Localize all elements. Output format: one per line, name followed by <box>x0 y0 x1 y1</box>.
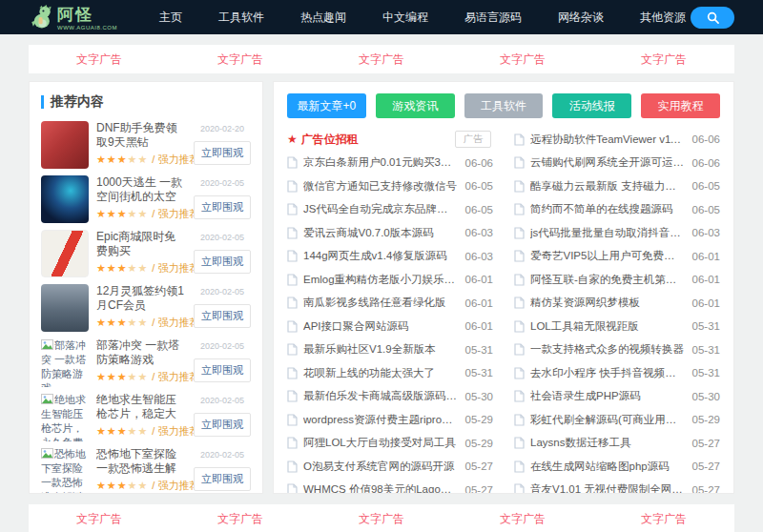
article-title: 微信官方通知已支持修改微信号 <box>303 179 458 194</box>
article-row[interactable]: O泡易支付系统官网的源码开源05-27 <box>287 455 493 479</box>
recommended-item[interactable]: DNF助手免费领取9天黑钻★★★★★/ 强力推荐2020-02-20立即围观 <box>41 121 251 170</box>
article-row[interactable]: 爱奇艺VIP5以上用户可免费发爱奇艺VIP红包06-01 <box>514 245 720 269</box>
category-button-5[interactable]: 实用教程 <box>641 93 720 118</box>
header-accent-bar <box>41 95 44 109</box>
recommended-header: 推荐内容 <box>41 93 251 111</box>
category-button-3[interactable]: 工具软件 <box>464 93 544 118</box>
recommended-item[interactable]: Epic商城限时免费购买《SUPERHOT》游戏★★★★★/ 强力推荐2020-… <box>41 230 251 278</box>
item-title[interactable]: 部落冲突 一款塔防策略游戏 <box>96 338 186 367</box>
item-thumbnail[interactable] <box>41 175 89 223</box>
site-logo[interactable]: 阿怪 WWW.AGUAI8.COM <box>29 5 117 31</box>
nav-item-3[interactable]: 热点趣闻 <box>300 10 346 26</box>
article-row[interactable]: 144g网页生成v1.4修复版源码06-03 <box>287 245 493 269</box>
item-body: 恐怖地下室探险 一款恐怖逃生解谜类游戏★★★★★/ 强力推荐 <box>96 447 186 494</box>
article-row[interactable]: 音友V1.01 无视付费限制全网音乐无损免费...05-27 <box>514 479 720 495</box>
item-title[interactable]: 1000天逃生 一款空间街机的太空模拟经营游戏 <box>96 175 186 204</box>
article-row[interactable]: 远程协助软件TeamViewer v11 单文件版06-06 <box>514 128 720 152</box>
recommended-item[interactable]: 绝地求生智能压枪芯片，永久免费绝地求生智能压枪芯片，稳定大号使用，永久免费★★★… <box>41 393 251 441</box>
view-now-button[interactable]: 立即围观 <box>194 141 251 165</box>
article-row[interactable]: JS代码全自动完成京东品牌狂欢城活动任务06-05 <box>287 198 493 222</box>
nav-item-1[interactable]: 主页 <box>159 10 182 26</box>
text-ad-link[interactable]: 文字广告 <box>170 51 311 68</box>
article-date: 06-01 <box>692 274 720 285</box>
item-title[interactable]: 12月灵狐签约领1月CF会员 <box>96 284 186 313</box>
item-title[interactable]: DNF助手免费领取9天黑钻 <box>96 121 186 150</box>
text-ad-link[interactable]: 文字广告 <box>311 51 452 68</box>
article-row[interactable]: 简约而不简单的在线搜题源码06-05 <box>514 198 720 222</box>
item-title[interactable]: 恐怖地下室探险 一款恐怖逃生解谜类游戏 <box>96 447 186 476</box>
view-now-button[interactable]: 立即围观 <box>194 413 251 437</box>
recommended-item[interactable]: 12月灵狐签约领1月CF会员★★★★★/ 强力推荐2020-02-05立即围观 <box>41 284 251 333</box>
document-icon <box>514 274 525 286</box>
nav-item-4[interactable]: 中文编程 <box>382 10 428 26</box>
view-now-button[interactable]: 立即围观 <box>194 250 251 274</box>
view-now-button[interactable]: 立即围观 <box>194 467 251 491</box>
article-row[interactable]: 社会语录生成PHP源码05-30 <box>514 385 720 409</box>
text-ad-link[interactable]: 文字广告 <box>29 511 170 527</box>
article-row[interactable]: 最新伯乐发卡商城高级版源码 无后门05-30 <box>287 385 493 409</box>
item-thumbnail[interactable] <box>41 230 89 277</box>
article-row[interactable]: 花呗新上线的功能太强大了05-31 <box>287 361 493 385</box>
text-ad-link[interactable]: 文字广告 <box>170 511 311 527</box>
view-now-button[interactable]: 立即围观 <box>194 358 251 382</box>
article-date: 05-27 <box>465 484 493 494</box>
article-row[interactable]: WHMCS 价值98美元的Lagom模板开源05-27 <box>287 479 493 495</box>
article-row[interactable]: 阿狸LOL大厅自动接受对局工具05-29 <box>287 432 493 456</box>
item-thumbnail[interactable] <box>41 284 89 332</box>
article-row[interactable]: 云铺购代刷网系统全开源可运营程序搭建06-06 <box>514 152 720 175</box>
text-ad-link[interactable]: 文字广告 <box>311 511 452 527</box>
view-now-button[interactable]: 立即围观 <box>194 195 251 219</box>
text-ad-link[interactable]: 文字广告 <box>593 511 734 527</box>
item-date: 2020-02-05 <box>194 396 251 405</box>
category-buttons: 最新文章+0游戏资讯工具软件活动线报实用教程 <box>287 93 720 118</box>
article-row[interactable]: wordpress资源付费主题ripro6.7含美化包...05-29 <box>287 408 493 432</box>
article-title: 最新乐购社区V1.9全新版本 <box>303 342 458 357</box>
ad-slot-row[interactable]: ★广告位招租广告 <box>287 128 493 152</box>
article-row[interactable]: 最新乐购社区V1.9全新版本05-31 <box>287 338 493 362</box>
article-row[interactable]: 南瓜影视多线路任意看绿化版06-01 <box>287 292 493 316</box>
text-ad-link[interactable]: 文字广告 <box>452 51 593 68</box>
article-row[interactable]: 爱讯云商城V0.7.0版本源码06-03 <box>287 221 493 245</box>
article-date: 06-06 <box>692 157 720 169</box>
document-icon <box>287 180 298 193</box>
text-ad-link[interactable]: 文字广告 <box>452 511 593 527</box>
article-row[interactable]: Laysns数据迁移工具05-27 <box>514 432 720 456</box>
item-title[interactable]: Epic商城限时免费购买《SUPERHOT》游戏 <box>96 230 186 258</box>
view-now-button[interactable]: 立即围观 <box>194 304 251 328</box>
article-row[interactable]: 微信官方通知已支持修改微信号06-05 <box>287 174 493 198</box>
nav-item-7[interactable]: 其他资源 <box>640 10 686 26</box>
article-title: 去水印小程序 快手抖音视频搬运工上热门... <box>530 366 685 380</box>
broken-thumbnail[interactable]: 部落冲突 一款塔防策略游戏 <box>41 338 89 387</box>
rating-note: / 强力推荐 <box>152 317 199 328</box>
article-row[interactable]: js代码批量批量自动取消抖音关注06-03 <box>514 221 720 245</box>
article-row[interactable]: 精仿某资源网织梦模板06-01 <box>514 292 720 316</box>
recommended-item[interactable]: 恐怖地下室探险 一款恐怖逃生解谜恐怖地下室探险 一款恐怖逃生解谜类游戏★★★★★… <box>41 447 251 494</box>
category-button-4[interactable]: 活动线报 <box>552 93 631 118</box>
article-row[interactable]: 京东白条新用户0.01元购买3个月爱奇艺黄...06-06 <box>287 152 493 175</box>
recommended-item[interactable]: 部落冲突 一款塔防策略游戏部落冲突 一款塔防策略游戏★★★★★/ 强力推荐202… <box>41 338 251 387</box>
article-row[interactable]: 去水印小程序 快手抖音视频搬运工上热门...05-31 <box>514 361 720 385</box>
article-row[interactable]: 酷享磁力云最新版 支持磁力搜索下载和一...06-05 <box>514 174 720 198</box>
star-rating-filled: ★★★ <box>96 262 128 274</box>
recommended-item[interactable]: 1000天逃生 一款空间街机的太空模拟经营游戏★★★★★/ 强力推荐2020-0… <box>41 175 251 224</box>
article-row[interactable]: 阿怪互联-自家的免费主机第一批正式开启06-01 <box>514 268 720 292</box>
nav-item-6[interactable]: 网络杂谈 <box>558 10 604 26</box>
article-row[interactable]: 一款支持格式众多的视频转换器05-31 <box>514 338 720 362</box>
search-button[interactable] <box>691 7 734 29</box>
article-row[interactable]: Emlog重构精仿老版小刀娱乐网HFoldao模...06-01 <box>287 268 493 292</box>
category-button-1[interactable]: 最新文章+0 <box>287 93 366 118</box>
article-row[interactable]: 在线生成网站缩略图php源码05-27 <box>514 455 720 479</box>
article-row[interactable]: 彩虹代刷全解源码(可商业用途 防黑)05-29 <box>514 408 720 432</box>
article-row[interactable]: API接口聚合网站源码06-01 <box>287 315 493 338</box>
article-row[interactable]: LOL工具箱无限视距版05-31 <box>514 315 720 338</box>
article-date: 06-01 <box>692 297 720 309</box>
nav-item-2[interactable]: 工具软件 <box>218 10 264 26</box>
broken-thumbnail[interactable]: 绝地求生智能压枪芯片，永久免费 <box>41 393 89 441</box>
text-ad-link[interactable]: 文字广告 <box>29 51 170 68</box>
category-button-2[interactable]: 游戏资讯 <box>376 93 455 118</box>
broken-thumbnail[interactable]: 恐怖地下室探险 一款恐怖逃生解谜 <box>41 447 89 494</box>
nav-item-5[interactable]: 易语言源码 <box>464 10 522 26</box>
item-title[interactable]: 绝地求生智能压枪芯片，稳定大号使用，永久免费 <box>96 393 186 421</box>
text-ad-link[interactable]: 文字广告 <box>593 51 734 68</box>
item-thumbnail[interactable] <box>41 121 89 169</box>
